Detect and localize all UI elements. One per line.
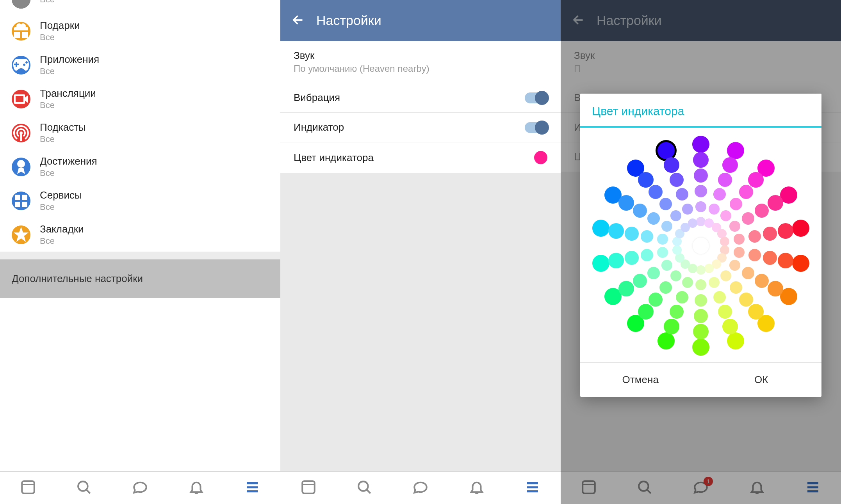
color-swatch[interactable] xyxy=(729,221,740,232)
color-swatch[interactable] xyxy=(682,204,693,215)
color-swatch[interactable] xyxy=(664,157,679,173)
vibration-toggle[interactable] xyxy=(525,92,547,103)
color-swatch[interactable] xyxy=(768,281,783,296)
color-swatch[interactable] xyxy=(670,210,681,221)
color-swatch[interactable] xyxy=(695,279,706,290)
color-swatch[interactable] xyxy=(688,218,697,228)
color-swatch[interactable] xyxy=(694,309,708,323)
color-swatch[interactable] xyxy=(792,220,809,237)
color-swatch[interactable] xyxy=(618,281,634,296)
color-swatch[interactable] xyxy=(720,210,731,221)
color-swatch[interactable] xyxy=(641,249,653,261)
color-swatch[interactable] xyxy=(709,277,720,288)
color-swatch-white[interactable] xyxy=(693,238,709,254)
menu-item-gift[interactable]: ПодаркиВсе xyxy=(0,14,280,48)
color-swatch[interactable] xyxy=(661,221,672,232)
nav-messages-icon[interactable] xyxy=(132,479,148,497)
color-swatch[interactable] xyxy=(696,265,706,275)
setting-sound[interactable]: Звук По умолчанию (Heaven nearby) xyxy=(280,41,561,83)
setting-indicator[interactable]: Индикатор xyxy=(280,113,561,142)
color-swatch[interactable] xyxy=(704,264,714,273)
color-swatch[interactable] xyxy=(748,304,764,319)
color-swatch[interactable] xyxy=(730,281,742,294)
color-swatch[interactable] xyxy=(647,267,660,279)
color-swatch[interactable] xyxy=(625,251,639,265)
color-swatch[interactable] xyxy=(672,245,682,255)
color-swatch[interactable] xyxy=(720,237,729,246)
color-swatch[interactable] xyxy=(763,251,777,265)
setting-vibration[interactable]: Вибрация xyxy=(280,83,561,113)
color-swatch[interactable] xyxy=(641,230,653,243)
nav-messages-icon[interactable] xyxy=(412,479,429,497)
color-swatch[interactable] xyxy=(657,234,668,245)
menu-item-podcast[interactable]: ПодкастыВсе xyxy=(0,116,280,150)
color-swatch[interactable] xyxy=(695,185,707,197)
extra-settings-button[interactable]: Дополнительные настройки xyxy=(0,259,280,298)
color-swatch[interactable] xyxy=(768,195,783,211)
color-swatch[interactable] xyxy=(730,198,742,210)
color-swatch[interactable] xyxy=(742,267,754,279)
nav-search-icon[interactable] xyxy=(76,479,92,497)
color-swatch[interactable] xyxy=(664,319,679,334)
color-swatch[interactable] xyxy=(692,136,709,153)
color-swatch[interactable] xyxy=(742,212,754,225)
menu-item-gamepad[interactable]: ПриложенияВсе xyxy=(0,48,280,82)
color-swatch[interactable] xyxy=(625,227,639,241)
color-swatch[interactable] xyxy=(713,291,726,303)
color-swatch[interactable] xyxy=(682,277,693,288)
color-swatch[interactable] xyxy=(670,270,681,281)
color-swatch[interactable] xyxy=(694,169,708,183)
nav-notifications-icon[interactable] xyxy=(469,479,485,497)
color-swatch[interactable] xyxy=(722,157,738,173)
color-swatch[interactable] xyxy=(657,142,675,159)
color-swatch[interactable] xyxy=(608,253,624,268)
menu-item-medal[interactable]: ДостиженияВсе xyxy=(0,150,280,184)
nav-menu-icon[interactable] xyxy=(524,479,541,497)
color-swatch[interactable] xyxy=(739,185,753,199)
color-swatch[interactable] xyxy=(727,332,744,350)
color-swatch[interactable] xyxy=(670,173,684,187)
nav-notifications-icon[interactable] xyxy=(188,479,205,497)
color-swatch[interactable] xyxy=(618,195,634,211)
color-swatch[interactable] xyxy=(727,142,744,159)
color-swatch[interactable] xyxy=(633,274,647,288)
nav-search-icon[interactable] xyxy=(356,479,372,497)
setting-indicator-color[interactable]: Цвет индикатора xyxy=(280,142,561,173)
color-swatch[interactable] xyxy=(638,172,654,188)
color-swatch[interactable] xyxy=(693,152,709,168)
indicator-toggle[interactable] xyxy=(525,122,547,133)
color-swatch[interactable] xyxy=(661,260,672,271)
cancel-button[interactable]: Отмена xyxy=(580,363,701,397)
color-swatch[interactable] xyxy=(718,305,732,319)
color-swatch[interactable] xyxy=(734,234,745,245)
color-swatch[interactable] xyxy=(608,223,624,239)
color-swatch[interactable] xyxy=(676,188,688,201)
color-swatch[interactable] xyxy=(734,247,745,258)
color-swatch[interactable] xyxy=(778,253,793,268)
color-swatch[interactable] xyxy=(748,172,764,188)
menu-item-dark[interactable]: Все xyxy=(0,0,280,14)
color-swatch[interactable] xyxy=(659,281,672,294)
back-icon[interactable] xyxy=(291,13,305,28)
color-swatch[interactable] xyxy=(755,204,769,218)
color-swatch[interactable] xyxy=(676,291,688,303)
color-swatch[interactable] xyxy=(792,255,809,272)
color-swatch[interactable] xyxy=(670,305,684,319)
menu-item-star[interactable]: ЗакладкиВсе xyxy=(0,218,280,252)
nav-menu-icon[interactable] xyxy=(244,479,260,497)
color-swatch[interactable] xyxy=(659,198,672,210)
color-swatch[interactable] xyxy=(739,293,753,307)
color-swatch[interactable] xyxy=(592,255,609,272)
color-swatch[interactable] xyxy=(649,185,663,199)
color-swatch[interactable] xyxy=(647,212,660,225)
color-swatch[interactable] xyxy=(692,339,709,356)
color-swatch[interactable] xyxy=(649,293,663,307)
menu-item-camera[interactable]: ТрансляцииВсе xyxy=(0,82,280,116)
color-swatch[interactable] xyxy=(729,260,740,271)
color-swatch[interactable] xyxy=(718,173,732,187)
color-swatch[interactable] xyxy=(720,270,731,281)
color-swatch[interactable] xyxy=(657,332,675,350)
color-swatch[interactable] xyxy=(695,294,707,307)
color-swatch[interactable] xyxy=(763,227,777,241)
nav-feed-icon[interactable] xyxy=(20,479,36,497)
